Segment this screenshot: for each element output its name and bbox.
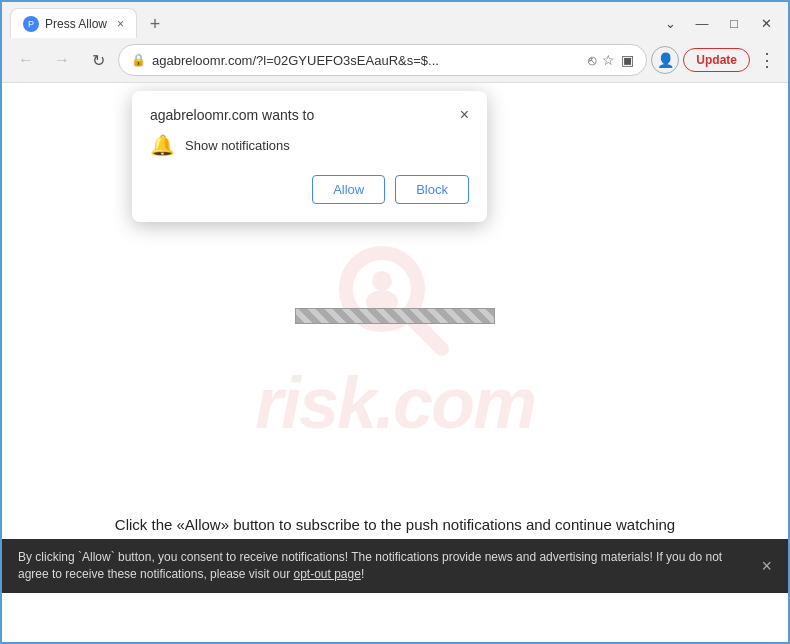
- notification-title: agabreloomr.com wants to: [150, 107, 314, 123]
- back-button[interactable]: ←: [10, 44, 42, 76]
- tab-title: Press Allow: [45, 17, 107, 31]
- bottom-bar-close-button[interactable]: ×: [761, 556, 772, 577]
- more-options-button[interactable]: ⋮: [754, 45, 780, 75]
- window-restore-button[interactable]: □: [720, 9, 748, 37]
- forward-button[interactable]: →: [46, 44, 78, 76]
- progress-bar: [295, 308, 495, 324]
- sidebar-icon[interactable]: ▣: [621, 52, 634, 68]
- browser-chrome: P Press Allow × + ⌄ — □ ✕ ← → ↻ 🔒 agabre…: [2, 2, 788, 83]
- notification-popup: agabreloomr.com wants to × 🔔 Show notifi…: [132, 91, 487, 222]
- profile-button[interactable]: 👤: [651, 46, 679, 74]
- share-icon[interactable]: ⎋: [588, 52, 596, 68]
- bottom-notification-bar: By clicking `Allow` button, you consent …: [2, 539, 788, 593]
- new-tab-button[interactable]: +: [141, 10, 169, 38]
- window-minimize-button[interactable]: —: [688, 9, 716, 37]
- bookmark-icon[interactable]: ☆: [602, 52, 615, 68]
- reload-button[interactable]: ↻: [82, 44, 114, 76]
- watermark-text: risk.com: [255, 367, 535, 439]
- tab-close-button[interactable]: ×: [117, 17, 124, 31]
- address-text: agabreloomr.com/?l=02GYUEFO3sEAauR&s=$..…: [152, 53, 582, 68]
- notification-description: Show notifications: [185, 138, 290, 153]
- bell-icon: 🔔: [150, 133, 175, 157]
- title-bar: P Press Allow × + ⌄ — □ ✕: [2, 2, 788, 38]
- bottom-bar-text: By clicking `Allow` button, you consent …: [18, 549, 753, 583]
- block-button[interactable]: Block: [395, 175, 469, 204]
- address-icons: ⎋ ☆ ▣: [588, 52, 634, 68]
- watermark-search-icon: [330, 237, 460, 367]
- notification-buttons: Allow Block: [150, 175, 469, 204]
- tab-favicon: P: [23, 16, 39, 32]
- page-content: risk.com Click the «Allow» button to sub…: [2, 83, 788, 593]
- address-bar[interactable]: 🔒 agabreloomr.com/?l=02GYUEFO3sEAauR&s=$…: [118, 44, 647, 76]
- notification-close-button[interactable]: ×: [460, 107, 469, 123]
- toolbar: ← → ↻ 🔒 agabreloomr.com/?l=02GYUEFO3sEAa…: [2, 38, 788, 82]
- subscribe-text: Click the «Allow» button to subscribe to…: [2, 516, 788, 533]
- update-button[interactable]: Update: [683, 48, 750, 72]
- progress-bar-area: [295, 308, 495, 324]
- window-collapse-button[interactable]: ⌄: [656, 9, 684, 37]
- toolbar-actions: 👤 Update ⋮: [651, 45, 780, 75]
- tab-area: P Press Allow × +: [10, 8, 656, 38]
- allow-button[interactable]: Allow: [312, 175, 385, 204]
- window-close-button[interactable]: ✕: [752, 9, 780, 37]
- address-lock-icon: 🔒: [131, 53, 146, 67]
- opt-out-link[interactable]: opt-out page: [293, 567, 360, 581]
- svg-point-2: [372, 271, 392, 291]
- window-controls: ⌄ — □ ✕: [656, 9, 780, 37]
- notification-header: agabreloomr.com wants to ×: [150, 107, 469, 123]
- notification-body: 🔔 Show notifications: [150, 133, 469, 157]
- watermark: risk.com: [255, 237, 535, 439]
- browser-tab[interactable]: P Press Allow ×: [10, 8, 137, 38]
